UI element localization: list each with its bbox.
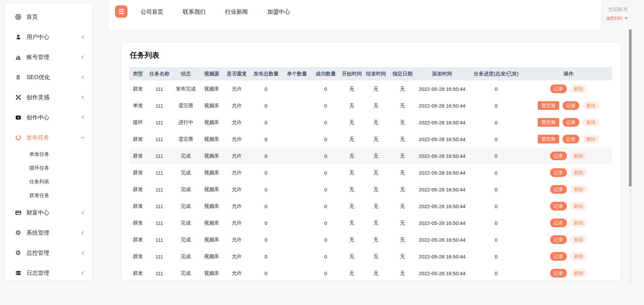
cell-date: 无 xyxy=(388,131,417,147)
record-button[interactable]: 记录 xyxy=(550,269,567,278)
cell-type: 群发 xyxy=(129,215,147,231)
cell-actions: 记录删除 xyxy=(525,231,612,248)
sidebar-item-7[interactable]: 财富中心 xyxy=(5,202,92,223)
sidebar-subitem[interactable]: 单发任务 xyxy=(5,147,92,161)
sidebar-item-1[interactable]: 用户中心 xyxy=(5,27,92,47)
delete-button[interactable]: 删除 xyxy=(570,202,587,210)
topbar-link-1[interactable]: 联系我们 xyxy=(180,8,208,16)
sidebar-item-5[interactable]: 创作中心 xyxy=(5,107,92,127)
record-button[interactable]: 记录 xyxy=(550,168,567,177)
cell-single xyxy=(282,97,312,114)
cell-actions: 需完善记录删除 xyxy=(525,114,612,131)
cell-success: 0 xyxy=(312,131,340,147)
sidebar-item-10[interactable]: 日志管理 xyxy=(5,263,92,281)
table-row: 群发111完成视频库允许00无无无2022-05-28 16:50:440记录删… xyxy=(129,164,612,181)
cell-name: 111 xyxy=(147,97,172,114)
cell-type: 群发 xyxy=(129,80,147,97)
account-dropdown[interactable]: admin xyxy=(606,15,628,21)
delete-button[interactable]: 删除 xyxy=(570,168,587,177)
sidebar-item-label: 财富中心 xyxy=(26,209,49,217)
cell-end: 无 xyxy=(364,215,388,231)
topbar-link-0[interactable]: 公司首页 xyxy=(138,8,166,16)
record-button[interactable]: 记录 xyxy=(562,118,579,127)
sidebar-subitem[interactable]: 任务列表 xyxy=(5,175,92,189)
cell-name: 111 xyxy=(147,80,172,97)
caret-down-icon xyxy=(625,17,628,19)
delete-button[interactable]: 删除 xyxy=(583,101,599,110)
sidebar-item-6[interactable]: 发布任务 xyxy=(5,127,92,147)
sidebar-item-label: 日志管理 xyxy=(26,269,49,277)
cell-added: 2022-05-28 16:50:44 xyxy=(417,215,467,231)
cell-end: 无 xyxy=(364,198,388,215)
delete-button[interactable]: 删除 xyxy=(570,235,587,244)
complete-button[interactable]: 需完善 xyxy=(538,135,559,143)
cell-date: 无 xyxy=(388,114,417,131)
cell-source: 视频库 xyxy=(200,80,224,97)
delete-button[interactable]: 删除 xyxy=(583,135,599,143)
log-icon xyxy=(15,269,21,276)
cell-repeat: 允许 xyxy=(224,198,250,215)
cell-progress: 0 xyxy=(467,248,525,265)
delete-button[interactable]: 删除 xyxy=(583,118,599,127)
cell-success: 0 xyxy=(312,80,340,97)
record-button[interactable]: 记录 xyxy=(562,135,579,143)
sidebar-item-3[interactable]: 8SEO优化 xyxy=(5,67,92,87)
cell-added: 2022-05-28 16:50:44 xyxy=(417,248,467,265)
delete-button[interactable]: 删除 xyxy=(570,269,587,278)
sidebar-subitem[interactable]: 群发任务 xyxy=(5,189,92,202)
scrollbar-thumb[interactable] xyxy=(629,29,632,186)
record-button[interactable]: 记录 xyxy=(550,84,567,93)
cell-date: 无 xyxy=(388,265,417,280)
cell-actions: 记录删除 xyxy=(525,265,612,280)
complete-button[interactable]: 需完善 xyxy=(538,118,559,127)
cell-date: 无 xyxy=(388,231,417,248)
table-header-row: 类型任务名称状态视频源是否重复发布总数量单个数量成功数量开始时间结束时间指定日期… xyxy=(129,67,612,80)
sidebar-item-4[interactable]: 创作灵感 xyxy=(5,87,92,107)
cell-progress: 0 xyxy=(467,80,525,97)
cell-start: 无 xyxy=(340,97,364,114)
cell-name: 111 xyxy=(147,147,172,164)
cell-added: 2022-05-28 16:50:44 xyxy=(417,97,467,114)
cell-source: 视频库 xyxy=(200,181,224,198)
record-button[interactable]: 记录 xyxy=(562,101,579,110)
cell-total: 0 xyxy=(250,248,282,265)
record-button[interactable]: 记录 xyxy=(550,202,567,210)
column-header: 是否重复 xyxy=(224,67,250,80)
complete-button[interactable]: 需完善 xyxy=(538,101,559,110)
delete-button[interactable]: 删除 xyxy=(570,84,587,93)
gear-icon: ⚙ xyxy=(15,249,21,256)
cell-total: 0 xyxy=(250,97,282,114)
sidebar-item-2[interactable]: 账号管理 xyxy=(5,47,92,67)
cell-source: 视频库 xyxy=(200,265,224,280)
delete-button[interactable]: 删除 xyxy=(570,252,587,261)
cell-total: 0 xyxy=(250,147,282,164)
sidebar-item-8[interactable]: ⚙系统管理 xyxy=(5,223,92,243)
hamburger-menu-button[interactable] xyxy=(115,5,127,18)
cell-type: 群发 xyxy=(129,164,147,181)
column-header: 发布总数量 xyxy=(250,67,282,80)
record-button[interactable]: 记录 xyxy=(550,219,567,227)
cell-repeat: 允许 xyxy=(224,131,250,147)
topbar-link-3[interactable]: 加盟中心 xyxy=(265,8,293,16)
cell-type: 群发 xyxy=(129,131,147,147)
cell-end: 无 xyxy=(364,97,388,114)
sidebar-item-0[interactable]: 首页 xyxy=(5,7,92,27)
cell-type: 群发 xyxy=(129,198,147,215)
cell-single xyxy=(282,164,312,181)
table-row: 循环111进行中视频库允许00无无无2022-05-28 16:50:440需完… xyxy=(129,114,612,131)
record-button[interactable]: 记录 xyxy=(550,235,567,244)
record-button[interactable]: 记录 xyxy=(550,185,567,194)
cell-end: 无 xyxy=(364,114,388,131)
cell-total: 0 xyxy=(250,164,282,181)
delete-button[interactable]: 删除 xyxy=(570,151,587,160)
sidebar-item-label: 用户中心 xyxy=(26,33,49,41)
cell-source: 视频库 xyxy=(200,198,224,215)
delete-button[interactable]: 删除 xyxy=(570,185,587,194)
record-button[interactable]: 记录 xyxy=(550,252,567,261)
sidebar-item-9[interactable]: ⚙总控管理 xyxy=(5,243,92,263)
cell-success: 0 xyxy=(312,97,340,114)
topbar-link-2[interactable]: 行业新闻 xyxy=(222,8,251,16)
record-button[interactable]: 记录 xyxy=(550,151,567,160)
delete-button[interactable]: 删除 xyxy=(570,219,587,227)
sidebar-subitem[interactable]: 循环任务 xyxy=(5,161,92,175)
